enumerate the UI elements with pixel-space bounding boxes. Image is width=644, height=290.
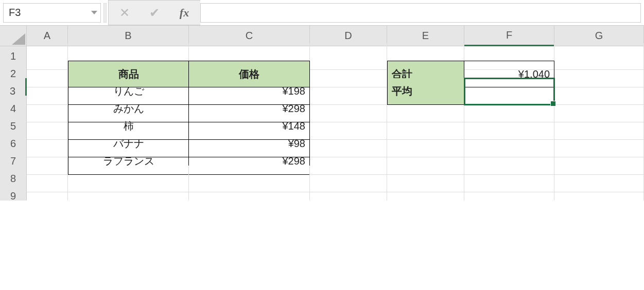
formula-bar-controls: ✕ ✔ fx	[108, 0, 200, 25]
formula-input[interactable]	[200, 3, 641, 23]
cell-G9[interactable]	[554, 183, 644, 201]
select-all-corner[interactable]	[0, 26, 27, 46]
cancel-icon: ✕	[110, 1, 140, 25]
name-box-value: F3	[9, 7, 21, 19]
cell-F3[interactable]	[464, 78, 554, 105]
fx-icon[interactable]: fx	[169, 1, 199, 25]
cell-B9[interactable]	[68, 183, 189, 201]
cell-A9[interactable]	[27, 183, 68, 201]
formula-bar: F3 ✕ ✔ fx	[0, 0, 644, 26]
cell-D9[interactable]	[310, 183, 387, 201]
row-header-9[interactable]: 9	[0, 183, 27, 201]
chevron-down-icon[interactable]	[91, 11, 97, 14]
cell-F9[interactable]	[464, 183, 554, 201]
name-box[interactable]: F3	[3, 3, 101, 23]
formula-bar-divider[interactable]	[103, 3, 107, 23]
cell-C9[interactable]	[189, 183, 310, 201]
enter-icon: ✔	[140, 1, 169, 25]
cell-E9[interactable]	[387, 183, 464, 201]
spreadsheet-grid[interactable]: A B C D E F G 1 2 商品 価格 合計 ¥1,040 3 りんご …	[0, 26, 644, 201]
